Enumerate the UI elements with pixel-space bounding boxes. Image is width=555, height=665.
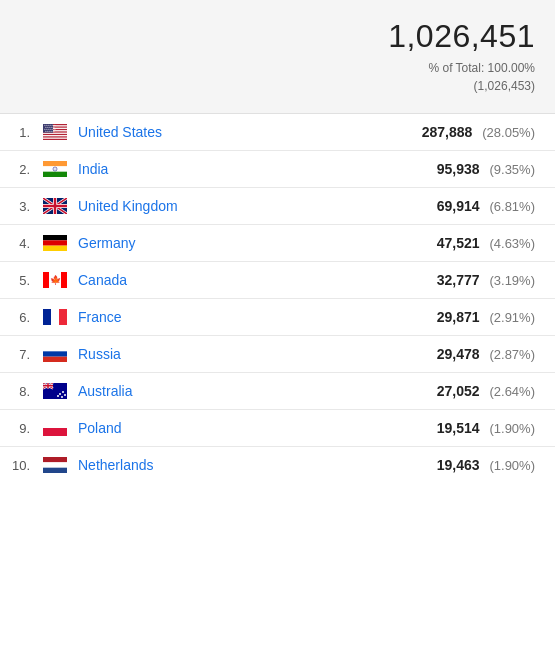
country-stats: 69,914 (6.81%)	[380, 198, 555, 214]
svg-rect-27	[43, 346, 67, 351]
svg-rect-14	[43, 172, 67, 177]
stat-pct: (2.64%)	[489, 384, 535, 399]
flag-icon	[38, 161, 72, 177]
country-link[interactable]: Australia	[72, 383, 380, 399]
stat-pct: (2.91%)	[489, 310, 535, 325]
rank-number: 2.	[0, 162, 38, 177]
total-number: 1,026,451	[388, 18, 535, 55]
table-row: 4. Germany 47,521 (4.63%)	[0, 225, 555, 262]
country-link[interactable]: Canada	[72, 272, 380, 288]
flag-icon	[38, 457, 72, 473]
stat-pct: (2.87%)	[489, 347, 535, 362]
country-stats: 47,521 (4.63%)	[380, 235, 555, 251]
stat-pct: (3.19%)	[489, 273, 535, 288]
flag-icon	[38, 346, 72, 362]
total-pct-line: % of Total: 100.00%	[428, 61, 535, 75]
table-row: 7. Russia 29,478 (2.87%)	[0, 336, 555, 373]
svg-rect-26	[59, 309, 67, 325]
stat-value: 287,888	[422, 124, 473, 140]
stat-pct: (6.81%)	[489, 199, 535, 214]
flag-icon	[38, 198, 72, 214]
country-stats: 27,052 (2.64%)	[380, 383, 555, 399]
flag-icon: ★★★★★★ ★★★★★ ★★★★★★ ★★★★★	[38, 124, 72, 140]
country-link[interactable]: United States	[72, 124, 380, 140]
country-stats: 19,514 (1.90%)	[380, 420, 555, 436]
svg-point-35	[57, 395, 59, 397]
country-link[interactable]: Poland	[72, 420, 380, 436]
stat-value: 29,478	[437, 346, 480, 362]
flag-icon	[38, 309, 72, 325]
country-link[interactable]: Germany	[72, 235, 380, 251]
table-row: 6. France 29,871 (2.91%)	[0, 299, 555, 336]
header-section: 1,026,451 % of Total: 100.00% (1,026,453…	[0, 0, 555, 114]
rank-number: 4.	[0, 236, 38, 251]
country-table: 1. ★★★★★★ ★★★★★ ★★★★★★ ★★★★★ United Stat…	[0, 114, 555, 483]
flag-icon	[38, 383, 72, 399]
country-link[interactable]: France	[72, 309, 380, 325]
svg-rect-24	[43, 309, 51, 325]
total-count-line: (1,026,453)	[474, 79, 535, 93]
stat-value: 19,463	[437, 457, 480, 473]
flag-icon	[38, 235, 72, 251]
stat-pct: (28.05%)	[482, 125, 535, 140]
stat-value: 47,521	[437, 235, 480, 251]
country-stats: 287,888 (28.05%)	[380, 124, 555, 140]
table-row: 1. ★★★★★★ ★★★★★ ★★★★★★ ★★★★★ United Stat…	[0, 114, 555, 151]
svg-rect-12	[43, 161, 67, 166]
svg-point-34	[61, 396, 63, 398]
rank-number: 6.	[0, 310, 38, 325]
table-row: 9. Poland 19,514 (1.90%)	[0, 410, 555, 447]
total-subtitle: % of Total: 100.00% (1,026,453)	[428, 59, 535, 95]
svg-rect-38	[43, 457, 67, 462]
svg-rect-36	[43, 420, 67, 428]
svg-rect-20	[43, 246, 67, 251]
svg-rect-6	[43, 138, 67, 139]
flag-icon: 🍁	[38, 272, 72, 288]
country-link[interactable]: Russia	[72, 346, 380, 362]
rank-number: 8.	[0, 384, 38, 399]
rank-number: 1.	[0, 125, 38, 140]
rank-number: 10.	[0, 458, 38, 473]
svg-rect-28	[43, 351, 67, 356]
stat-pct: (1.90%)	[489, 458, 535, 473]
svg-rect-37	[43, 428, 67, 436]
rank-number: 5.	[0, 273, 38, 288]
rank-number: 3.	[0, 199, 38, 214]
svg-point-32	[62, 391, 64, 393]
table-row: 8. Australia 27,052 (2.64%)	[0, 373, 555, 410]
svg-rect-40	[43, 468, 67, 473]
country-stats: 29,871 (2.91%)	[380, 309, 555, 325]
svg-rect-18	[43, 235, 67, 240]
stat-value: 27,052	[437, 383, 480, 399]
table-row: 10. Netherlands 19,463 (1.90%)	[0, 447, 555, 483]
stat-value: 32,777	[437, 272, 480, 288]
country-stats: 32,777 (3.19%)	[380, 272, 555, 288]
stat-pct: (1.90%)	[489, 421, 535, 436]
country-link[interactable]: Netherlands	[72, 457, 380, 473]
country-stats: 29,478 (2.87%)	[380, 346, 555, 362]
svg-point-31	[59, 393, 61, 395]
stat-value: 69,914	[437, 198, 480, 214]
rank-number: 7.	[0, 347, 38, 362]
flag-icon	[38, 420, 72, 436]
table-row: 3. United Kingdom 69,914 (6.81%)	[0, 188, 555, 225]
rank-number: 9.	[0, 421, 38, 436]
stat-pct: (4.63%)	[489, 236, 535, 251]
svg-rect-29	[43, 357, 67, 362]
svg-text:🍁: 🍁	[50, 274, 62, 286]
svg-rect-5	[43, 135, 67, 136]
table-row: 2. India 95,938 (9.35%)	[0, 151, 555, 188]
country-stats: 19,463 (1.90%)	[380, 457, 555, 473]
svg-rect-39	[43, 462, 67, 467]
table-row: 5. 🍁 Canada 32,777 (3.19%)	[0, 262, 555, 299]
stat-value: 95,938	[437, 161, 480, 177]
svg-rect-25	[51, 309, 59, 325]
country-link[interactable]: United Kingdom	[72, 198, 380, 214]
country-stats: 95,938 (9.35%)	[380, 161, 555, 177]
svg-rect-4	[43, 133, 67, 134]
stat-pct: (9.35%)	[489, 162, 535, 177]
stat-value: 19,514	[437, 420, 480, 436]
country-link[interactable]: India	[72, 161, 380, 177]
svg-point-33	[64, 394, 66, 396]
stat-value: 29,871	[437, 309, 480, 325]
